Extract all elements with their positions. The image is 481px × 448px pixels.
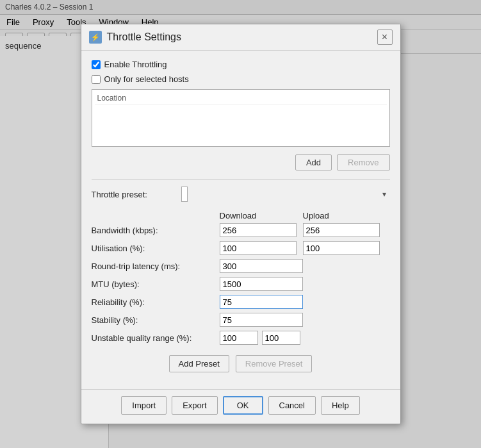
enable-throttling-row: Enable Throttling xyxy=(92,60,390,69)
enable-throttling-label: Enable Throttling xyxy=(104,60,167,69)
bandwidth-upload-input[interactable] xyxy=(303,223,380,237)
params-grid: Bandwidth (kbps): Utilisation (%): Round… xyxy=(92,223,390,345)
mtu-input[interactable] xyxy=(220,277,303,291)
location-table: Location xyxy=(92,89,390,147)
throttle-settings-dialog: ⚡ Throttle Settings × Enable Throttling … xyxy=(81,24,401,424)
cancel-button[interactable]: Cancel xyxy=(268,396,316,415)
ok-button[interactable]: OK xyxy=(223,396,263,415)
reliability-label: Reliability (%): xyxy=(92,297,220,307)
preset-select[interactable] xyxy=(181,187,188,202)
stability-row: Stability (%): xyxy=(92,313,390,327)
latency-row: Round-trip latency (ms): xyxy=(92,259,390,273)
bandwidth-row: Bandwidth (kbps): xyxy=(92,223,390,237)
unstable-quality-label: Unstable quality range (%): xyxy=(92,333,220,343)
preset-select-wrapper xyxy=(181,187,390,202)
add-preset-button[interactable]: Add Preset xyxy=(169,355,229,372)
dialog-title: Throttle Settings xyxy=(107,31,182,43)
dialog-title-left: ⚡ Throttle Settings xyxy=(89,31,182,44)
modal-overlay: ⚡ Throttle Settings × Enable Throttling … xyxy=(0,0,481,448)
reliability-row: Reliability (%): xyxy=(92,295,390,309)
stability-label: Stability (%): xyxy=(92,315,220,325)
unstable-quality-max-input[interactable] xyxy=(262,331,300,345)
bandwidth-label: Bandwidth (kbps): xyxy=(92,226,220,235)
dialog-footer: Import Export OK Cancel Help xyxy=(81,389,400,424)
mtu-row: MTU (bytes): xyxy=(92,277,390,291)
download-col-header: Download xyxy=(220,211,303,220)
import-button[interactable]: Import xyxy=(121,396,167,415)
unstable-quality-row: Unstable quality range (%): xyxy=(92,331,390,345)
bandwidth-download-input[interactable] xyxy=(220,223,297,237)
reliability-input[interactable] xyxy=(220,295,303,309)
location-column-header: Location xyxy=(95,92,387,104)
remove-preset-button: Remove Preset xyxy=(236,355,313,372)
latency-label: Round-trip latency (ms): xyxy=(92,261,220,271)
dialog-icon: ⚡ xyxy=(89,31,102,44)
utilisation-row: Utilisation (%): xyxy=(92,241,390,255)
latency-input[interactable] xyxy=(220,259,303,273)
utilisation-download-input[interactable] xyxy=(220,241,297,255)
preset-label: Throttle preset: xyxy=(92,190,181,199)
export-button[interactable]: Export xyxy=(172,396,218,415)
range-inputs xyxy=(220,331,300,345)
upload-col-header: Upload xyxy=(303,211,386,220)
params-header-row: Download Upload xyxy=(92,211,390,220)
preset-action-buttons: Add Preset Remove Preset xyxy=(92,355,390,377)
unstable-quality-min-input[interactable] xyxy=(220,331,258,345)
only-selected-hosts-checkbox[interactable] xyxy=(92,75,101,84)
enable-throttling-checkbox[interactable] xyxy=(92,60,101,69)
remove-location-button[interactable]: Remove xyxy=(337,154,389,170)
preset-row: Throttle preset: xyxy=(92,187,390,202)
utilisation-label: Utilisation (%): xyxy=(92,244,220,253)
help-button[interactable]: Help xyxy=(321,396,360,415)
only-selected-hosts-row: Only for selected hosts xyxy=(92,74,390,84)
separator-1 xyxy=(92,179,390,180)
dialog-body: Enable Throttling Only for selected host… xyxy=(81,51,400,386)
dialog-close-button[interactable]: × xyxy=(377,29,393,45)
mtu-label: MTU (bytes): xyxy=(92,279,220,289)
table-action-buttons: Add Remove xyxy=(92,154,390,170)
add-location-button[interactable]: Add xyxy=(295,154,332,170)
stability-input[interactable] xyxy=(220,313,303,327)
only-selected-hosts-label: Only for selected hosts xyxy=(104,74,189,84)
utilisation-upload-input[interactable] xyxy=(303,241,380,255)
dialog-titlebar: ⚡ Throttle Settings × xyxy=(81,24,400,51)
